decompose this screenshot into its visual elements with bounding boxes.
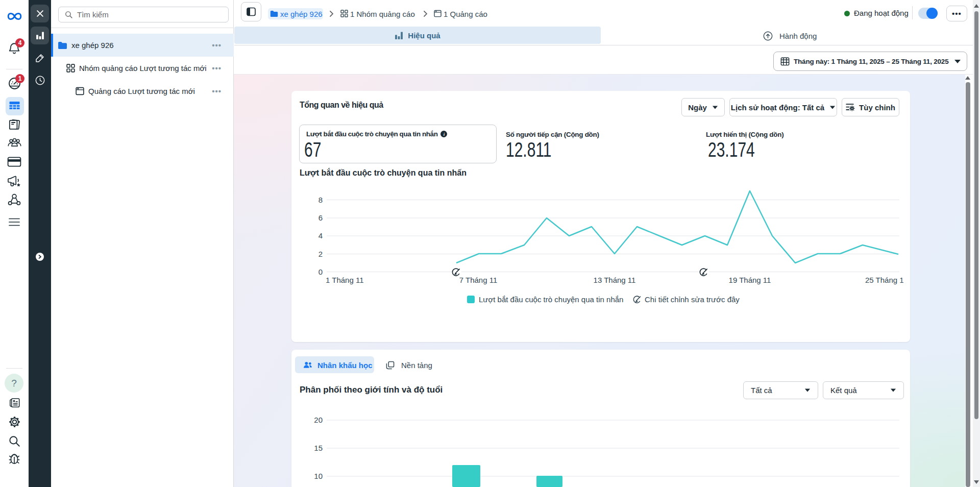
- svg-text:13 Tháng 11: 13 Tháng 11: [594, 276, 636, 284]
- svg-text:15: 15: [314, 444, 323, 452]
- svg-text:2: 2: [318, 250, 323, 258]
- svg-text:20: 20: [314, 416, 323, 424]
- svg-text:25 Tháng 1: 25 Tháng 1: [865, 276, 904, 284]
- svg-text:8: 8: [318, 196, 323, 204]
- svg-text:6: 6: [318, 213, 323, 222]
- svg-text:4: 4: [318, 231, 323, 240]
- svg-text:1 Tháng 11: 1 Tháng 11: [326, 276, 364, 284]
- svg-text:19 Tháng 11: 19 Tháng 11: [729, 276, 771, 284]
- svg-text:0: 0: [318, 267, 323, 276]
- svg-text:7 Tháng 11: 7 Tháng 11: [459, 276, 498, 284]
- svg-text:10: 10: [314, 472, 323, 480]
